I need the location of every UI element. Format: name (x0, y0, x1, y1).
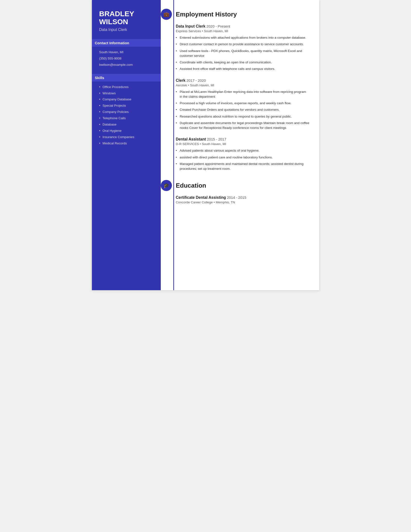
edu-dates: 2014 - 2015 (226, 195, 246, 200)
contact-section-header: Contact Information (92, 39, 161, 47)
job-bullet: Direct customer contact in person to pro… (176, 42, 309, 47)
job-bullet: Managed patient appointments and maintai… (176, 162, 309, 171)
job-bullet: Placed at McLaren Healthplan Enter repri… (176, 89, 309, 99)
skill-item: Medical Records (99, 141, 154, 146)
job-block: Clerk 2017 - 2020Aerotek • South Haven, … (176, 78, 309, 131)
edu-degree: Certificate Dental Assisting 2014 - 2015 (176, 195, 309, 200)
job-title-name: Data Input Clerk (176, 24, 206, 28)
job-bullet: assisted with direct patient care and ro… (176, 155, 309, 160)
employment-icon: 💼 (161, 9, 172, 20)
education-container: Certificate Dental Assisting 2014 - 2015… (161, 195, 309, 204)
job-bullet: Created Purchase Orders and quotations f… (176, 107, 309, 112)
employment-header: 💼 Employment History (161, 9, 309, 20)
skills-section: Skills Office ProceduresWindowsCompany D… (99, 74, 154, 146)
employment-title: Employment History (176, 11, 237, 18)
job-title-line: Clerk 2017 - 2020 (176, 78, 309, 83)
job-bullet: Processed a high volume of invoices, exp… (176, 101, 309, 106)
job-dates: 2015 - 2017 (206, 137, 226, 141)
skills-list: Office ProceduresWindowsCompany Database… (99, 85, 154, 146)
job-company-line: Express Services • South Haven, MI (176, 29, 309, 33)
job-bullet: Advised patients about various aspects o… (176, 148, 309, 153)
job-company-line: D-R SERVICES • South Haven, MI (176, 142, 309, 146)
skill-item: Windows (99, 91, 154, 96)
contact-email: bwilson@example.com (99, 63, 154, 67)
education-block: Certificate Dental Assisting 2014 - 2015… (176, 195, 309, 204)
job-bullet: Assisted front office staff with telepho… (176, 66, 309, 71)
contact-phone: (350) 555-9008 (99, 56, 154, 61)
job-title-name: Dental Assistant (176, 137, 206, 141)
education-section: 🎓 Education Certificate Dental Assisting… (161, 180, 309, 204)
skill-item: Oral Hygiene (99, 129, 154, 133)
jobs-container: Data Input Clerk 2020 - PresentExpress S… (161, 24, 309, 171)
candidate-name: BRADLEY WILSON (99, 10, 154, 26)
contact-location: South Haven, MI (99, 50, 154, 55)
skill-item: Office Procedures (99, 85, 154, 89)
skill-item: Telephone Calls (99, 116, 154, 121)
education-header: 🎓 Education (161, 180, 309, 191)
job-title-line: Data Input Clerk 2020 - Present (176, 24, 309, 28)
skill-item: Company Policies (99, 110, 154, 114)
job-bullet: Entered submissions with attached applic… (176, 35, 309, 40)
job-dates: 2020 - Present (206, 24, 230, 28)
job-title-line: Dental Assistant 2015 - 2017 (176, 137, 309, 142)
edu-school: Concorde Career College • Memphis, TN (176, 200, 309, 204)
skills-section-header: Skills (92, 74, 161, 82)
education-title: Education (176, 182, 206, 189)
employment-section: 💼 Employment History Data Input Clerk 20… (161, 9, 309, 171)
job-bullet: Used software tools - PDX phones, QuickB… (176, 49, 309, 58)
job-bullet: Duplicate and assemble documents for leg… (176, 121, 309, 131)
skill-item: Insurance Companies (99, 135, 154, 140)
education-icon: 🎓 (161, 180, 172, 191)
job-bullet: Coordinate with clients, keeping an open… (176, 60, 309, 65)
skill-item: Company Database (99, 97, 154, 102)
skill-item: Special Projects (99, 104, 154, 108)
skill-item: Database (99, 122, 154, 127)
job-block: Data Input Clerk 2020 - PresentExpress S… (176, 24, 309, 72)
job-title-name: Clerk (176, 78, 186, 83)
main-content: 💼 Employment History Data Input Clerk 20… (161, 0, 319, 290)
job-block: Dental Assistant 2015 - 2017D-R SERVICES… (176, 137, 309, 171)
candidate-title: Data Input Clerk (99, 28, 154, 32)
resume-container: BRADLEY WILSON Data Input Clerk Contact … (92, 0, 319, 290)
job-bullet: Researched questions about nutrition to … (176, 114, 309, 119)
sidebar: BRADLEY WILSON Data Input Clerk Contact … (92, 0, 161, 290)
job-dates: 2017 - 2020 (186, 78, 206, 83)
job-company-line: Aerotek • South Haven, MI (176, 83, 309, 87)
